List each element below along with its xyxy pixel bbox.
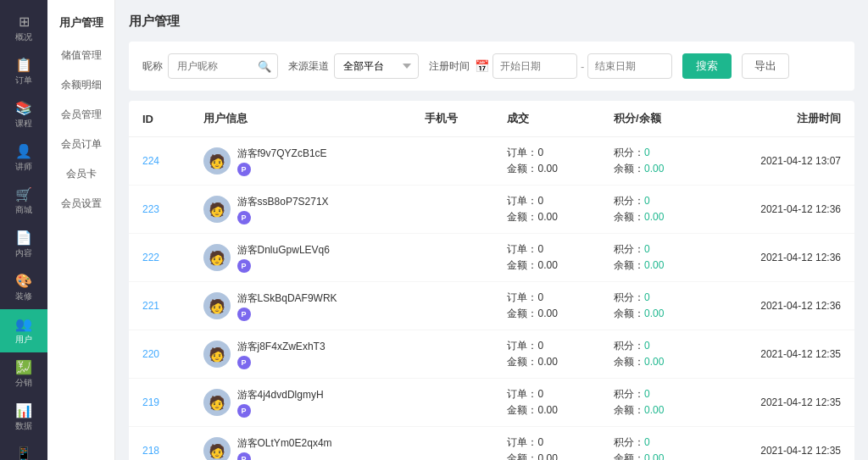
sidebar-item-app[interactable]: 📱 应用	[0, 439, 47, 460]
points-num-4: 0	[644, 340, 650, 352]
sidebar-item-overview[interactable]: ⊞ 概况	[0, 7, 47, 50]
sub-sidebar-member-order[interactable]: 会员订单	[47, 130, 114, 159]
user-cell-5: 🧑 游客4j4dvdDlgmyH P	[203, 388, 398, 418]
sidebar-item-user[interactable]: 👥 用户	[0, 309, 47, 352]
table-head: ID 用户信息 手机号 成交 积分/余额 注册时间	[129, 101, 854, 137]
app-icon: 📱	[15, 446, 32, 460]
user-name-5[interactable]: 游客4j4dvdDlgmyH	[237, 388, 324, 402]
sidebar-item-decoration[interactable]: 🎨 装修	[0, 266, 47, 309]
register-time-2: 2021-04-12 12:36	[760, 252, 841, 263]
shop-icon: 🛒	[15, 186, 32, 202]
filter-group-nickname: 昵称 🔍	[142, 53, 278, 79]
user-id-link-3[interactable]: 221	[142, 300, 159, 312]
sub-sidebar-member-card[interactable]: 会员卡	[47, 159, 114, 189]
cell-points-5: 积分：0 余额：0.00	[600, 379, 707, 427]
balance-val-5: 余额：0.00	[614, 403, 693, 418]
cell-deal-2: 订单：0 金额：0.00	[493, 234, 600, 282]
balance-num-5: 0.00	[644, 404, 664, 416]
order-count-3: 订单：0	[507, 291, 587, 305]
cell-deal-3: 订单：0 金额：0.00	[493, 282, 600, 330]
cell-time-3: 2021-04-12 12:36	[707, 282, 854, 330]
date-range: 📅 -	[475, 53, 672, 79]
nickname-label: 昵称	[142, 59, 163, 74]
register-time-0: 2021-04-12 13:07	[760, 155, 841, 167]
balance-val-3: 余额：0.00	[614, 307, 693, 321]
order-amount-1: 金额：0.00	[507, 210, 587, 224]
cell-id-3: 221	[129, 282, 190, 330]
search-button[interactable]: 搜索	[682, 53, 732, 79]
main-sidebar: ⊞ 概况 📋 订单 📚 课程 👤 讲师 🛒 商城 📄 内容 🎨 装修 👥 用户 …	[0, 0, 47, 460]
order-count-2: 订单：0	[507, 242, 587, 257]
points-num-1: 0	[644, 195, 650, 207]
sub-sidebar-member-mgmt[interactable]: 会员管理	[47, 100, 114, 130]
user-name-0[interactable]: 游客f9v7QYZcB1cE	[237, 147, 327, 161]
date-start-input[interactable]	[492, 53, 577, 79]
user-name-4[interactable]: 游客j8F4xZwExhT3	[237, 340, 326, 354]
points-val-2: 积分：0	[614, 242, 693, 257]
balance-val-6: 余额：0.00	[614, 452, 693, 460]
order-info-2: 订单：0 金额：0.00	[507, 242, 587, 273]
points-num-6: 0	[644, 436, 650, 448]
points-val-0: 积分：0	[614, 146, 693, 160]
user-info-1: 游客ssB8oP7S271X P	[237, 195, 329, 224]
cell-deal-1: 订单：0 金额：0.00	[493, 186, 600, 234]
order-amount-0: 金额：0.00	[507, 162, 587, 176]
cell-time-1: 2021-04-12 12:36	[707, 186, 854, 234]
register-time-6: 2021-04-12 12:35	[760, 445, 841, 457]
order-count-4: 订单：0	[507, 339, 587, 353]
cell-id-0: 224	[129, 137, 190, 186]
date-end-input[interactable]	[587, 53, 672, 79]
avatar-1: 🧑	[203, 196, 231, 223]
avatar-0: 🧑	[203, 147, 231, 175]
sub-sidebar-balance[interactable]: 余额明细	[47, 70, 114, 100]
user-name-6[interactable]: 游客OLtYm0E2qx4m	[237, 436, 332, 451]
user-id-link-5[interactable]: 219	[142, 396, 159, 408]
source-select[interactable]: 全部平台	[334, 53, 419, 79]
user-badge-0: P	[237, 163, 251, 176]
export-button[interactable]: 导出	[742, 53, 789, 79]
user-cell-0: 🧑 游客f9v7QYZcB1cE P	[203, 147, 398, 176]
sub-sidebar-member-settings[interactable]: 会员设置	[47, 189, 114, 219]
sidebar-item-order[interactable]: 📋 订单	[0, 50, 47, 93]
balance-val-4: 余额：0.00	[614, 355, 693, 369]
user-id-link-2[interactable]: 222	[142, 252, 159, 263]
order-amount-4: 金额：0.00	[507, 355, 587, 369]
course-icon: 📚	[15, 100, 32, 116]
teacher-icon: 👤	[15, 143, 32, 159]
cell-deal-6: 订单：0 金额：0.00	[493, 427, 600, 461]
cell-id-4: 220	[129, 330, 190, 379]
sidebar-label-course: 课程	[15, 118, 32, 130]
user-id-link-1[interactable]: 223	[142, 203, 159, 215]
points-val-6: 积分：0	[614, 435, 693, 450]
user-id-link-4[interactable]: 220	[142, 348, 159, 360]
user-table-wrap: ID 用户信息 手机号 成交 积分/余额 注册时间 224 🧑	[129, 101, 854, 460]
cell-points-1: 积分：0 余额：0.00	[600, 186, 707, 234]
sidebar-item-teacher[interactable]: 👤 讲师	[0, 136, 47, 180]
user-name-3[interactable]: 游客LSkBqDAF9WRK	[237, 291, 337, 306]
sidebar-item-content[interactable]: 📄 内容	[0, 223, 47, 266]
cell-phone-1	[411, 186, 494, 234]
sales-icon: 💹	[15, 359, 32, 375]
sidebar-item-course[interactable]: 📚 课程	[0, 93, 47, 136]
cell-user-6: 🧑 游客OLtYm0E2qx4m P	[190, 427, 411, 461]
sidebar-item-sales[interactable]: 💹 分销	[0, 352, 47, 396]
sub-sidebar-recharge[interactable]: 储值管理	[47, 41, 114, 70]
user-info-4: 游客j8F4xZwExhT3 P	[237, 340, 326, 369]
table-row: 222 🧑 游客DnluGpwLEVq6 P 订单：0 金额：0.00	[129, 234, 854, 282]
user-cell-4: 🧑 游客j8F4xZwExhT3 P	[203, 340, 398, 369]
sidebar-item-data[interactable]: 📊 数据	[0, 396, 47, 439]
balance-num-6: 0.00	[644, 452, 664, 460]
avatar-3: 🧑	[203, 292, 231, 319]
user-name-2[interactable]: 游客DnluGpwLEVq6	[237, 243, 330, 258]
cell-id-1: 223	[129, 186, 190, 234]
order-amount-6: 金额：0.00	[507, 452, 587, 460]
page-content: 用户管理 昵称 🔍 来源渠道 全部平台 注册时间 📅	[115, 0, 868, 460]
points-val-4: 积分：0	[614, 339, 693, 353]
points-info-5: 积分：0 余额：0.00	[614, 387, 693, 418]
user-id-link-6[interactable]: 218	[142, 445, 159, 457]
col-points: 积分/余额	[600, 101, 707, 137]
sidebar-item-shop[interactable]: 🛒 商城	[0, 180, 47, 223]
col-phone: 手机号	[411, 101, 494, 137]
user-name-1[interactable]: 游客ssB8oP7S271X	[237, 195, 329, 209]
user-id-link-0[interactable]: 224	[142, 155, 159, 167]
